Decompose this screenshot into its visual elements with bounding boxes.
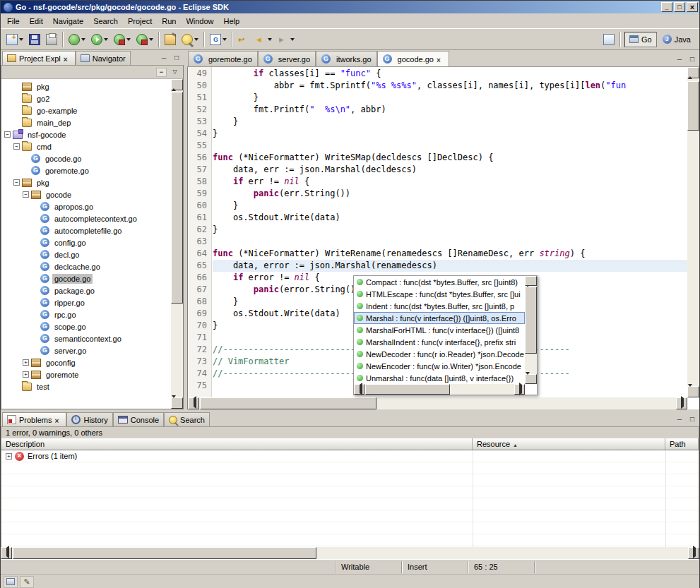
popup-horizontal-scrollbar[interactable] bbox=[354, 384, 525, 395]
menu-file[interactable]: File bbox=[2, 16, 25, 27]
titlebar[interactable]: Go - nsf-gocode/src/pkg/gocode/gocode.go… bbox=[1, 1, 699, 13]
view-menu-button[interactable] bbox=[170, 68, 180, 77]
expand-toggle-icon[interactable]: + bbox=[23, 359, 29, 366]
autocomplete-item-marshalindent[interactable]: MarshalIndent : func(v interface{}, pref… bbox=[354, 336, 525, 348]
editor-vertical-scrollbar[interactable] bbox=[687, 67, 699, 397]
scroll-thumb[interactable] bbox=[365, 384, 450, 395]
editor-tab-goremote-go[interactable]: goremote.go bbox=[188, 51, 258, 66]
collapse-toggle-icon[interactable]: − bbox=[13, 179, 20, 186]
autocomplete-item-unmarshal[interactable]: Unmarshal : func(data []uint8, v interfa… bbox=[354, 372, 525, 384]
scroll-left-button[interactable] bbox=[188, 397, 199, 409]
tree-item-gocode-go[interactable]: gocode.go bbox=[1, 272, 171, 284]
open-file-button[interactable] bbox=[162, 31, 178, 48]
tree-item-gocode[interactable]: −gocode bbox=[1, 188, 171, 200]
debug-button[interactable] bbox=[66, 31, 88, 48]
tree-item-goconfig[interactable]: +goconfig bbox=[1, 356, 171, 368]
print-button[interactable] bbox=[44, 31, 59, 48]
editor-tab-server-go[interactable]: server.go bbox=[258, 51, 316, 66]
tree-scrollbar[interactable] bbox=[171, 79, 183, 409]
code-line-64[interactable]: func (*NiceFormatter) WriteRename(rename… bbox=[213, 248, 687, 260]
last-edit-location-button[interactable] bbox=[236, 31, 251, 48]
scroll-up-button[interactable] bbox=[687, 67, 699, 78]
scroll-down-button[interactable] bbox=[687, 386, 699, 397]
minimize-view-button[interactable] bbox=[674, 414, 685, 424]
code-line-53[interactable]: } bbox=[213, 116, 687, 128]
minimize-window-button[interactable] bbox=[661, 2, 672, 12]
code-line-58[interactable]: if err != nil { bbox=[213, 176, 687, 188]
code-line-60[interactable]: } bbox=[213, 200, 687, 212]
perspective-java-button[interactable]: Java bbox=[658, 32, 695, 47]
new-go-element-button[interactable] bbox=[208, 31, 229, 48]
editor-horizontal-scrollbar[interactable] bbox=[188, 397, 687, 409]
tree-item-rpc-go[interactable]: rpc.go bbox=[1, 308, 171, 320]
maximize-view-button[interactable] bbox=[171, 53, 182, 63]
scroll-thumb[interactable] bbox=[171, 92, 183, 304]
perspective-go-button[interactable]: Go bbox=[624, 32, 657, 47]
open-perspective-button[interactable] bbox=[601, 31, 617, 48]
tree-item-gocode-go[interactable]: gocode.go bbox=[1, 152, 171, 164]
code-line-51[interactable]: } bbox=[213, 92, 687, 104]
scroll-thumb[interactable] bbox=[13, 547, 316, 559]
menu-search[interactable]: Search bbox=[88, 16, 123, 27]
scroll-down-button[interactable] bbox=[525, 374, 537, 384]
tree-item-server-go[interactable]: server.go bbox=[1, 344, 171, 356]
code-line-63[interactable] bbox=[213, 236, 687, 248]
menu-edit[interactable]: Edit bbox=[25, 16, 48, 27]
maximize-view-button[interactable] bbox=[687, 414, 698, 424]
tree-item-go-example[interactable]: go-example bbox=[1, 104, 171, 116]
autocomplete-item-indent[interactable]: Indent : func(dst *bytes.Buffer, src []u… bbox=[354, 300, 525, 312]
back-button[interactable] bbox=[253, 31, 274, 48]
autocomplete-item-htmlescape[interactable]: HTMLEscape : func(dst *bytes.Buffer, src… bbox=[354, 288, 525, 300]
tree-item-test[interactable]: test bbox=[1, 380, 171, 392]
menu-navigate[interactable]: Navigate bbox=[48, 16, 88, 27]
menu-project[interactable]: Project bbox=[123, 16, 157, 27]
tree-item-package-go[interactable]: package.go bbox=[1, 284, 171, 296]
autocomplete-item-marshalforhtml[interactable]: MarshalForHTML : func(v interface{}) ([]… bbox=[354, 324, 525, 336]
problems-row-errors-1-item[interactable]: +Errors (1 item) bbox=[1, 450, 699, 462]
menu-help[interactable]: Help bbox=[219, 16, 245, 27]
tab-search[interactable]: Search bbox=[164, 412, 210, 426]
collapse-all-button[interactable] bbox=[156, 68, 167, 77]
tree-item-autocompletecontext-go[interactable]: autocompletecontext.go bbox=[1, 212, 171, 224]
tree-item-nsf-gocode[interactable]: −nsf-gocode bbox=[1, 128, 171, 140]
close-window-button[interactable] bbox=[687, 2, 698, 12]
scroll-left-button[interactable] bbox=[354, 384, 364, 395]
code-line-54[interactable]: } bbox=[213, 128, 687, 140]
search-button[interactable] bbox=[179, 31, 201, 48]
tree-item-declcache-go[interactable]: declcache.go bbox=[1, 260, 171, 272]
tree-item-pkg[interactable]: −pkg bbox=[1, 176, 171, 188]
collapse-toggle-icon[interactable]: − bbox=[4, 131, 11, 138]
scroll-right-button[interactable] bbox=[514, 384, 525, 395]
tab-project-explorer[interactable]: Project Expl bbox=[2, 51, 76, 65]
expand-toggle-icon[interactable]: + bbox=[6, 453, 12, 460]
column-description[interactable]: Description bbox=[1, 438, 473, 450]
close-icon[interactable] bbox=[437, 56, 444, 63]
tab-console[interactable]: Console bbox=[113, 412, 164, 426]
editor-tab-gocode-go[interactable]: gocode.go bbox=[377, 51, 449, 66]
popup-vertical-scrollbar[interactable] bbox=[525, 276, 537, 384]
scroll-right-button[interactable] bbox=[676, 397, 687, 409]
collapse-toggle-icon[interactable]: − bbox=[23, 191, 29, 198]
scroll-thumb[interactable] bbox=[687, 81, 699, 131]
editor-tab-itworks-go[interactable]: itworks.go bbox=[316, 51, 377, 66]
tree-item-config-go[interactable]: config.go bbox=[1, 236, 171, 248]
maximize-window-button[interactable] bbox=[674, 2, 685, 12]
scroll-up-button[interactable] bbox=[525, 276, 537, 286]
autocomplete-item-marshal[interactable]: Marshal : func(v interface{}) ([]uint8, … bbox=[354, 312, 525, 324]
scroll-down-button[interactable] bbox=[171, 397, 183, 409]
tab-history[interactable]: History bbox=[66, 412, 112, 426]
save-button[interactable] bbox=[27, 31, 42, 48]
menu-window[interactable]: Window bbox=[181, 16, 218, 27]
tab-problems[interactable]: Problems bbox=[2, 412, 66, 426]
close-icon[interactable] bbox=[54, 416, 61, 424]
tree-item-goremote-go[interactable]: goremote.go bbox=[1, 164, 171, 176]
forward-button[interactable] bbox=[275, 31, 297, 48]
autocomplete-item-newdecoder[interactable]: NewDecoder : func(r io.Reader) *json.Dec… bbox=[354, 348, 525, 360]
external-tools-button[interactable] bbox=[112, 31, 133, 48]
column-resource[interactable]: Resource bbox=[473, 438, 665, 450]
code-line-49[interactable]: if classes[i] == "func" { bbox=[213, 68, 687, 80]
tree-item-go2[interactable]: go2 bbox=[1, 92, 171, 104]
new-wizard-button[interactable] bbox=[4, 31, 25, 48]
tree-item-apropos-go[interactable]: apropos.go bbox=[1, 200, 171, 212]
tree-item-goremote[interactable]: +goremote bbox=[1, 368, 171, 380]
